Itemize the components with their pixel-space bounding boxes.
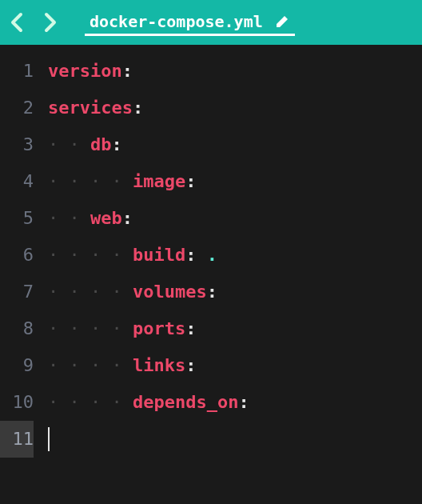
text-cursor: [48, 427, 50, 451]
code-line[interactable]: · · web:: [48, 200, 422, 237]
line-number: 5: [0, 200, 34, 237]
pencil-icon: [274, 14, 290, 30]
tab-bar: docker-compose.yml: [0, 0, 422, 45]
line-number: 7: [0, 274, 34, 310]
line-number: 4: [0, 163, 34, 200]
nav-back-icon[interactable]: [10, 12, 24, 33]
code-line[interactable]: · · db:: [48, 126, 422, 163]
code-line[interactable]: · · · · depends_on:: [48, 384, 422, 421]
code-line[interactable]: · · · · volumes:: [48, 274, 422, 310]
code-line[interactable]: [48, 421, 422, 458]
line-number: 6: [0, 237, 34, 274]
line-number: 8: [0, 310, 34, 347]
line-number: 9: [0, 347, 34, 384]
code-line[interactable]: · · · · build: .: [48, 237, 422, 274]
tab-filename: docker-compose.yml: [90, 12, 263, 31]
code-line[interactable]: version:: [48, 53, 422, 90]
line-number: 10: [0, 384, 34, 421]
nav-arrows: [10, 12, 58, 33]
code-line[interactable]: · · · · links:: [48, 347, 422, 384]
line-gutter: 1234567891011: [0, 53, 48, 504]
code-editor[interactable]: 1234567891011 version:services:· · db:· …: [0, 45, 422, 504]
line-number: 1: [0, 53, 34, 90]
code-line[interactable]: · · · · ports:: [48, 310, 422, 347]
code-content[interactable]: version:services:· · db:· · · · image:· …: [48, 53, 422, 504]
line-number: 2: [0, 90, 34, 126]
line-number: 3: [0, 126, 34, 163]
line-number: 11: [0, 421, 34, 458]
tab-active[interactable]: docker-compose.yml: [85, 12, 295, 36]
code-line[interactable]: · · · · image:: [48, 163, 422, 200]
code-line[interactable]: services:: [48, 90, 422, 126]
nav-forward-icon[interactable]: [43, 12, 58, 33]
